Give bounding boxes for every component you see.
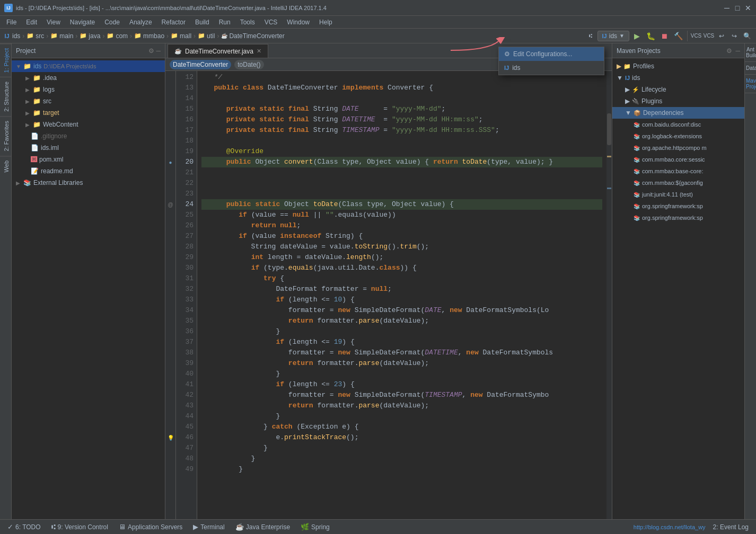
tree-item-readme[interactable]: 📝 readme.md — [12, 165, 165, 177]
code-line-42: formatter = new SimpleDateFormat(TIMESTA… — [201, 390, 602, 400]
dropdown-edit-config[interactable]: ⚙ Edit Configurations... — [499, 47, 604, 61]
status-terminal[interactable]: ▶ Terminal — [190, 522, 227, 532]
debug-button[interactable]: 🐛 — [644, 30, 657, 42]
breadcrumb-main[interactable]: 📁 main — [50, 32, 73, 40]
code-line-39: return formatter.parse(dateValue); — [201, 358, 602, 369]
breadcrumb-mmbao[interactable]: 📁 mmbao — [134, 32, 164, 40]
tab-close-button[interactable]: ✕ — [257, 48, 261, 55]
maven-dep-5[interactable]: 📚 com.mmbao:base-core: — [612, 165, 744, 177]
tree-item-external-libs[interactable]: ▶ 📚 External Libraries — [12, 177, 165, 189]
maven-dependencies[interactable]: ▼ 📦 Dependencies — [612, 107, 744, 119]
sidebar-tab-structure[interactable]: 2: Structure — [0, 77, 11, 116]
tree-item-idea[interactable]: ▶ 📁 .idea — [12, 72, 165, 84]
maven-dep-7[interactable]: 📚 junit:junit:4.11 (test) — [612, 189, 744, 200]
breakpoint-marker-20[interactable]: ● — [169, 159, 172, 165]
tree-item-ids-root[interactable]: ▼ 📁 ids D:\IDEA Projects\ids — [12, 60, 165, 72]
sidebar-tab-project[interactable]: 1: Project — [0, 43, 11, 77]
menu-run[interactable]: Run — [215, 17, 235, 27]
tree-label-gitignore: .gitignore — [41, 132, 67, 140]
build-button[interactable]: 🔨 — [672, 30, 684, 42]
scroll-thumb[interactable] — [607, 113, 611, 145]
menu-file[interactable]: File — [2, 17, 21, 27]
sidebar-tab-database[interactable]: Database — [745, 62, 756, 75]
breadcrumb-mall[interactable]: 📁 mall — [171, 32, 191, 40]
editor-breadcrumb-class[interactable]: DateTimeConverter — [170, 60, 231, 69]
maven-dependencies-label: Dependencies — [643, 109, 684, 117]
breadcrumb-src[interactable]: 📁 src — [27, 32, 44, 40]
breadcrumb-java[interactable]: 📁 java — [80, 32, 100, 40]
minimize-button[interactable]: ─ — [723, 4, 731, 12]
maximize-button[interactable]: □ — [734, 4, 741, 12]
sidebar-tab-web[interactable]: Web — [0, 156, 11, 176]
folder-idea-icon: 📁 — [33, 74, 41, 82]
menu-view[interactable]: View — [42, 17, 65, 27]
panel-settings-icon[interactable]: ⚙ — [148, 47, 154, 55]
tree-item-logs[interactable]: ▶ 📁 logs — [12, 84, 165, 95]
breadcrumb-file[interactable]: ☕ DateTimeConverter — [221, 32, 284, 40]
maven-dep-1[interactable]: 📚 com.baidu.disconf:disc — [612, 119, 744, 130]
menu-navigate[interactable]: Navigate — [66, 17, 99, 27]
tree-item-ids-iml[interactable]: 📄 ids.iml — [12, 142, 165, 154]
run-button[interactable]: ▶ — [630, 30, 643, 42]
menu-window[interactable]: Window — [283, 17, 314, 27]
panel-collapse-icon[interactable]: ─ — [156, 47, 161, 55]
sidebar-tab-favorites[interactable]: 2: Favorites — [0, 116, 11, 155]
status-java-enterprise[interactable]: ☕ Java Enterprise — [232, 522, 293, 532]
stop-button[interactable]: ⏹ — [658, 30, 671, 42]
status-spring[interactable]: 🌿 Spring — [297, 522, 333, 532]
run-config-selector[interactable]: IJ ids ▼ — [597, 31, 629, 41]
status-app-servers[interactable]: 🖥 Application Servers — [116, 522, 186, 532]
gutter-38 — [165, 348, 175, 358]
vcs-btn1[interactable]: VCS — [690, 30, 702, 42]
undo-button[interactable]: ↩ — [716, 30, 727, 42]
editor-breadcrumb-method[interactable]: toDate() — [234, 60, 263, 69]
search-button[interactable]: 🔍 — [741, 30, 753, 42]
breadcrumb-util[interactable]: 📁 util — [198, 32, 215, 40]
maven-dep-4[interactable]: 📚 com.mmbao.core:sessic — [612, 154, 744, 165]
maven-ids-root[interactable]: ▼ IJ ids — [612, 72, 744, 84]
breakpoint-marker-24[interactable]: @ — [168, 202, 173, 208]
maven-dep-8[interactable]: 📚 org.springframework:sp — [612, 200, 744, 212]
toolbar-branch-btn[interactable]: ⑆ — [585, 30, 596, 42]
menu-edit[interactable]: Edit — [22, 17, 41, 27]
tree-item-target[interactable]: ▶ 📁 target — [12, 107, 165, 119]
maven-dep-2[interactable]: 📚 org.logback-extensions — [612, 130, 744, 142]
breadcrumb-com[interactable]: 📁 com — [107, 32, 128, 40]
maven-collapse-icon[interactable]: ─ — [735, 47, 740, 55]
status-vcs[interactable]: ⑆ 9: Version Control — [48, 522, 111, 532]
menu-code[interactable]: Code — [100, 17, 124, 27]
dep4-icon: 📚 — [634, 157, 640, 163]
tree-item-gitignore[interactable]: 📄 .gitignore — [12, 130, 165, 142]
status-todo[interactable]: ✓ 6: TODO — [4, 522, 44, 532]
sidebar-tab-maven[interactable]: Maven Projects — [745, 75, 756, 93]
menu-refactor[interactable]: Refactor — [157, 17, 190, 27]
tree-item-webcontent[interactable]: ▶ 📁 WebContent — [12, 119, 165, 130]
menu-vcs[interactable]: VCS — [260, 17, 282, 27]
status-event-log[interactable]: 2: Event Log — [710, 522, 752, 532]
menu-tools[interactable]: Tools — [236, 17, 259, 27]
breadcrumb-ids[interactable]: IJ ids — [3, 32, 20, 40]
vcs-btn2[interactable]: VCS — [703, 30, 715, 42]
menu-help[interactable]: Help — [315, 17, 337, 27]
maven-dep-3[interactable]: 📚 org.apache.httpcompo m — [612, 142, 744, 154]
menu-analyze[interactable]: Analyze — [125, 17, 156, 27]
close-button[interactable]: ✕ — [744, 4, 752, 12]
editor-tab-datetimeconverter[interactable]: ☕ DateTimeConverter.java ✕ — [168, 44, 268, 58]
line-num-43: 43 — [179, 400, 194, 411]
lightbulb-marker[interactable]: 💡 — [168, 435, 174, 441]
maven-dep-6[interactable]: 📚 com.mmbao:${gaconfig — [612, 177, 744, 189]
tree-item-src[interactable]: ▶ 📁 src — [12, 95, 165, 107]
maven-profiles[interactable]: ▶ 📁 Profiles — [612, 60, 744, 72]
maven-plugins[interactable]: ▶ 🔌 Plugins — [612, 95, 744, 107]
code-content[interactable]: */ public class DateTimeConverter implem… — [197, 71, 606, 519]
code-scrollbar[interactable] — [606, 71, 612, 519]
title-bar-controls[interactable]: ─ □ ✕ — [723, 4, 752, 12]
redo-button[interactable]: ↪ — [728, 30, 740, 42]
maven-lifecycle[interactable]: ▶ ⚡ Lifecycle — [612, 84, 744, 95]
sidebar-tab-ant[interactable]: Ant Build — [745, 43, 756, 62]
menu-build[interactable]: Build — [191, 17, 214, 27]
maven-dep-9[interactable]: 📚 org.springframework:sp — [612, 212, 744, 224]
tree-item-pom[interactable]: 🅼 pom.xml — [12, 154, 165, 165]
dropdown-ids-item[interactable]: IJ ids — [499, 61, 604, 75]
maven-settings-icon[interactable]: ⚙ — [726, 47, 732, 55]
